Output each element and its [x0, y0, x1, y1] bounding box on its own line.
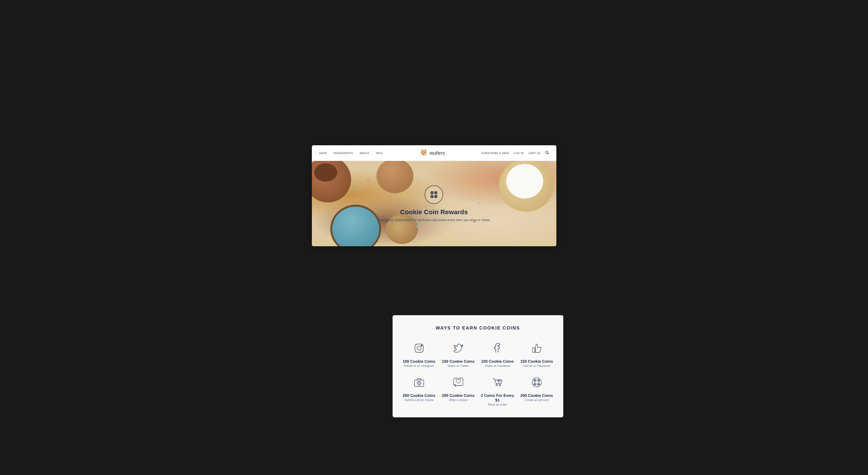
- nav-subscribe[interactable]: SUBSCRIBE & SAVE: [482, 152, 509, 155]
- nav-about[interactable]: ABOUT: [360, 152, 369, 155]
- nav-shop[interactable]: SHOP: [319, 152, 327, 155]
- reward-photo-review[interactable]: 200 Cookie Coins Submit a photo review: [402, 375, 436, 406]
- sprinkle: [358, 189, 360, 190]
- site-card: SHOP INGREDIENTS ABOUT INFO: [312, 145, 556, 246]
- brand-logo[interactable]: wufers: [420, 149, 445, 157]
- twitter-icon-wrapper: [451, 341, 466, 355]
- hero-subtitle: Earn points redeemable for exclusive dis…: [377, 218, 491, 222]
- svg-point-7: [546, 151, 548, 153]
- reward-create-account-info: 200 Cookie Coins Create an account: [520, 393, 553, 402]
- svg-point-28: [498, 380, 498, 381]
- reward-facebook-like-info: 150 Cookie Coins Like us on Facebook: [520, 359, 553, 368]
- cookie-circle-icon: [530, 376, 543, 389]
- nav-right: SUBSCRIBE & SAVE LOG IN CART (0): [482, 151, 549, 155]
- svg-point-25: [496, 384, 497, 386]
- rewards-grid: 100 Cookie Coins Follow us on Instagram …: [402, 341, 554, 406]
- reward-twitter[interactable]: 100 Cookie Coins Share on Twitter: [441, 341, 476, 368]
- reward-facebook-share[interactable]: 100 Cookie Coins Share on Facebook: [480, 341, 515, 368]
- bone-cookie-icon: [429, 190, 439, 200]
- heart-message-icon-wrapper: [451, 375, 466, 390]
- rewards-panel: WAYS TO EARN COOKIE COINS 100 Cookie Coi…: [393, 315, 563, 417]
- sprinkle: [450, 235, 452, 236]
- svg-rect-20: [533, 348, 535, 352]
- nav-left: SHOP INGREDIENTS ABOUT INFO: [319, 152, 383, 155]
- search-button[interactable]: [545, 151, 549, 155]
- svg-point-31: [532, 378, 541, 387]
- twitter-icon: [452, 342, 465, 355]
- reward-twitter-info: 100 Cookie Coins Share on Twitter: [442, 359, 475, 368]
- reward-facebook-share-info: 100 Cookie Coins Share on Facebook: [481, 359, 514, 368]
- dog-icon: [420, 149, 428, 157]
- cart-cookie-icon: [491, 376, 504, 389]
- nav-login[interactable]: LOG IN: [514, 152, 524, 155]
- hero-content: Cookie Coin Rewards Earn points redeemab…: [377, 185, 491, 222]
- camera-icon: [413, 376, 426, 389]
- reward-create-account[interactable]: 200 Cookie Coins Create an account: [520, 375, 554, 406]
- page-wrapper: SHOP INGREDIENTS ABOUT INFO: [312, 145, 556, 330]
- cart-cookie-icon-wrapper: [490, 375, 505, 390]
- svg-point-30: [498, 381, 499, 382]
- navbar: SHOP INGREDIENTS ABOUT INFO: [312, 145, 556, 161]
- thumbs-up-icon: [530, 342, 543, 355]
- heart-message-icon: [452, 376, 465, 389]
- brand-name: wufers: [430, 150, 445, 156]
- nav-cart[interactable]: CART (0): [528, 152, 540, 155]
- cookie-decor-3: [499, 161, 554, 212]
- reward-place-order-info: 2 Coins For Every $1 Place an order: [480, 393, 515, 406]
- reward-instagram-coins: 100 Cookie Coins Follow us on Instagram: [403, 359, 435, 368]
- svg-point-6: [423, 153, 424, 154]
- reward-write-review[interactable]: 200 Cookie Coins Write a review: [441, 375, 476, 406]
- thumbs-up-icon-wrapper: [529, 341, 544, 355]
- svg-point-29: [499, 381, 499, 381]
- reward-facebook-like[interactable]: 150 Cookie Coins Like us on Facebook: [520, 341, 554, 368]
- sprinkle: [367, 180, 369, 181]
- svg-point-4: [422, 152, 423, 153]
- nav-ingredients[interactable]: INGREDIENTS: [334, 152, 353, 155]
- hero-section: Cookie Coin Rewards Earn points redeemab…: [312, 161, 556, 246]
- svg-point-5: [425, 152, 425, 153]
- svg-point-19: [421, 345, 422, 346]
- reward-photo-review-info: 200 Cookie Coins Submit a photo review: [403, 393, 435, 402]
- reward-instagram[interactable]: 100 Cookie Coins Follow us on Instagram: [402, 341, 436, 368]
- hero-badge: [425, 185, 443, 204]
- svg-point-26: [499, 384, 500, 386]
- search-icon: [545, 151, 549, 155]
- svg-point-18: [417, 346, 421, 350]
- facebook-icon: [491, 342, 504, 355]
- instagram-icon-wrapper: [412, 341, 427, 355]
- camera-icon-wrapper: [412, 375, 427, 390]
- facebook-icon-wrapper: [490, 341, 505, 355]
- svg-point-22: [417, 381, 421, 385]
- rewards-section-title: WAYS TO EARN COOKIE COINS: [402, 325, 554, 331]
- nav-info[interactable]: INFO: [376, 152, 383, 155]
- svg-point-27: [497, 379, 500, 383]
- reward-place-order[interactable]: 2 Coins For Every $1 Place an order: [480, 375, 515, 406]
- svg-point-23: [418, 382, 420, 384]
- instagram-icon: [413, 342, 426, 355]
- svg-rect-21: [414, 380, 424, 386]
- cookie-circle-icon-wrapper: [529, 375, 544, 390]
- reward-write-review-info: 200 Cookie Coins Write a review: [442, 393, 475, 402]
- svg-line-8: [548, 153, 549, 154]
- hero-title: Cookie Coin Rewards: [377, 209, 491, 216]
